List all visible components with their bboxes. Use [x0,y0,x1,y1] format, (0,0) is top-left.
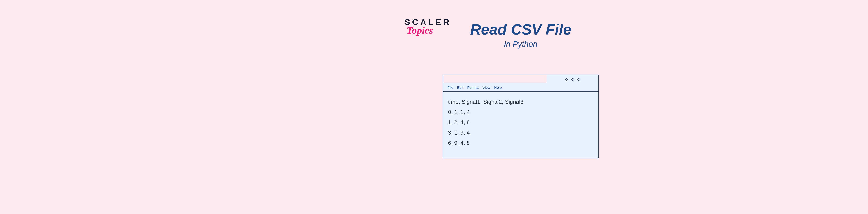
csv-line: time, Signal1, Signal2, Signal3 [448,97,593,107]
window-control-dot-icon[interactable] [578,78,580,81]
menu-edit[interactable]: Edit [457,85,463,90]
editor-frame: File Edit Format View Help time, Signal1… [443,75,599,158]
title-block: Read CSV File in Python [470,21,571,49]
editor-window: File Edit Format View Help time, Signal1… [443,75,599,158]
editor-content: time, Signal1, Signal2, Signal3 0, 1, 1,… [443,92,598,158]
titlebar-tab-cutout [443,75,547,83]
brand-logo: SCALER Topics [404,17,451,36]
page-container: SCALER Topics Read CSV File in Python Fi… [382,0,660,214]
csv-line: 1, 2, 4, 8 [448,117,593,128]
csv-line: 6, 9, 4, 8 [448,138,593,148]
menu-help[interactable]: Help [494,85,502,90]
page-subtitle: in Python [470,39,571,49]
window-control-dot-icon[interactable] [571,78,574,81]
window-titlebar [443,75,598,84]
window-controls [547,75,598,84]
editor-menubar: File Edit Format View Help [443,84,598,92]
menu-file[interactable]: File [447,85,453,90]
csv-line: 3, 1, 9, 4 [448,128,593,138]
menu-view[interactable]: View [483,85,490,90]
csv-line: 0, 1, 1, 4 [448,107,593,117]
page-title: Read CSV File [470,21,571,38]
menu-format[interactable]: Format [467,85,479,90]
window-control-dot-icon[interactable] [565,78,568,81]
